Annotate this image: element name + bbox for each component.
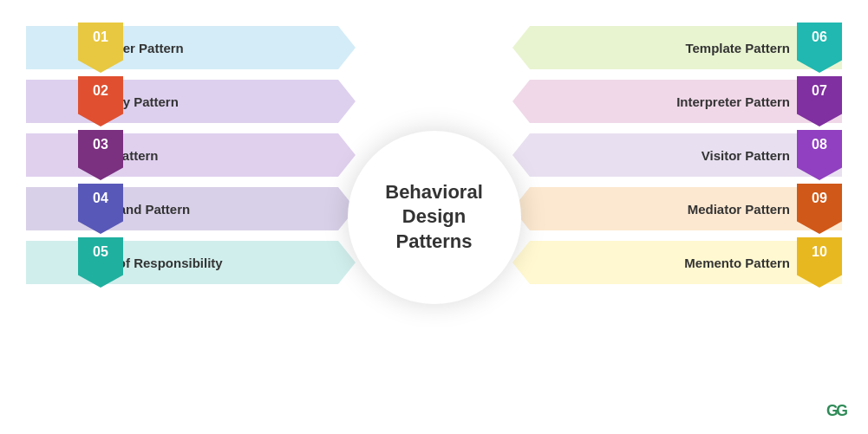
badge-01: 01: [78, 23, 123, 73]
badge-02: 02: [78, 76, 123, 126]
gfg-logo: G G: [826, 402, 854, 424]
right-column: Template Pattern 06 Interpreter Pattern …: [530, 26, 842, 284]
list-item: 03 State Pattern: [26, 133, 338, 177]
badge-09: 09: [797, 184, 842, 234]
main-container: 01 Observer Pattern 02 Strategy Pattern …: [0, 0, 868, 434]
arrow-body-05: 05 Chain of Responsibility: [26, 241, 338, 284]
left-column: 01 Observer Pattern 02 Strategy Pattern …: [26, 26, 338, 284]
list-item: 04 Command Pattern: [26, 187, 338, 230]
list-item: Interpreter Pattern 07: [530, 80, 842, 123]
arrow-body-04: 04 Command Pattern: [26, 187, 338, 230]
arrow-body-07: Interpreter Pattern 07: [530, 80, 842, 123]
center-circle: Behavioral Design Patterns: [348, 131, 521, 304]
badge-10: 10: [797, 237, 842, 288]
list-item: Template Pattern 06: [530, 26, 842, 69]
list-item: 02 Strategy Pattern: [26, 80, 338, 123]
badge-06: 06: [797, 23, 842, 73]
logo-icon: G G: [826, 402, 854, 419]
center-text: Behavioral Design Patterns: [385, 180, 483, 255]
list-item: Memento Pattern 10: [530, 241, 842, 284]
list-item: 05 Chain of Responsibility: [26, 241, 338, 284]
badge-07: 07: [797, 76, 842, 126]
badge-04: 04: [78, 184, 123, 234]
arrow-body-01: 01 Observer Pattern: [26, 26, 338, 69]
badge-05: 05: [78, 237, 123, 288]
pattern-label-08: Visitor Pattern: [702, 148, 790, 163]
arrow-body-08: Visitor Pattern 08: [530, 133, 842, 177]
list-item: Visitor Pattern 08: [530, 133, 842, 177]
arrow-body-02: 02 Strategy Pattern: [26, 80, 338, 123]
arrow-body-09: Mediator Pattern 09: [530, 187, 842, 230]
badge-08: 08: [797, 130, 842, 180]
arrow-body-06: Template Pattern 06: [530, 26, 842, 69]
pattern-label-09: Mediator Pattern: [688, 202, 790, 217]
pattern-label-07: Interpreter Pattern: [676, 94, 790, 109]
arrow-body-10: Memento Pattern 10: [530, 241, 842, 284]
list-item: 01 Observer Pattern: [26, 26, 338, 69]
svg-text:G: G: [836, 402, 848, 419]
badge-03: 03: [78, 130, 123, 180]
arrow-body-03: 03 State Pattern: [26, 133, 338, 177]
pattern-label-06: Template Pattern: [685, 41, 790, 55]
list-item: Mediator Pattern 09: [530, 187, 842, 230]
pattern-label-10: Memento Pattern: [684, 256, 790, 270]
